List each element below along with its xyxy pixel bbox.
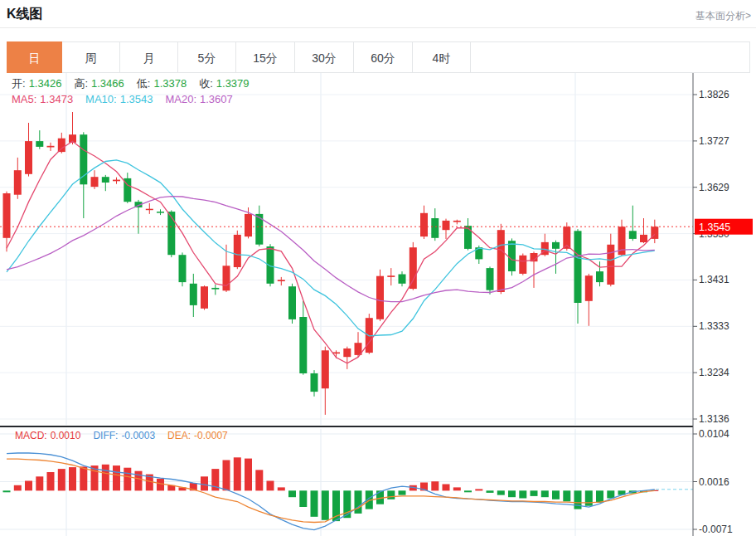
svg-text:1.3234: 1.3234 — [699, 367, 729, 378]
macd-item-0: MACD:0.0010 — [15, 430, 80, 441]
ohlc-item-3: 收:1.3379 — [199, 77, 249, 90]
tab-15min[interactable]: 15分 — [236, 41, 295, 73]
svg-text:1.3629: 1.3629 — [699, 182, 729, 193]
ma-item-1: MA10:1.3543 — [85, 93, 153, 105]
svg-text:1.3727: 1.3727 — [699, 135, 729, 147]
svg-text:1.3431: 1.3431 — [699, 274, 729, 285]
tab-month[interactable]: 月 — [120, 41, 178, 73]
svg-text:1.3826: 1.3826 — [699, 89, 729, 100]
ohlc-item-1: 高:1.3466 — [74, 77, 124, 90]
ma-item-2: MA20:1.3607 — [165, 93, 232, 105]
ma-item-0: MA5:1.3473 — [12, 93, 73, 105]
kline-widget: K线图 基本面分析> 日周月5分15分30分60分4时 1.38261.3727… — [0, 0, 756, 536]
svg-text:0.0104: 0.0104 — [699, 428, 729, 440]
tab-30min[interactable]: 30分 — [295, 41, 354, 73]
tab-60min[interactable]: 60分 — [354, 41, 413, 73]
svg-text:1.3545: 1.3545 — [699, 222, 730, 233]
macd-item-2: DEA:-0.0007 — [167, 430, 228, 441]
macd-legend: MACD:0.0010DIFF:-0.0003DEA:-0.0007 — [15, 430, 240, 441]
tab-bar-spacer — [471, 41, 750, 73]
tab-bar: 日周月5分15分30分60分4时 — [0, 41, 756, 73]
page-title: K线图 — [7, 6, 43, 23]
fundamental-analysis-link[interactable]: 基本面分析> — [695, 9, 751, 23]
tab-day[interactable]: 日 — [7, 41, 62, 73]
tab-5min[interactable]: 5分 — [178, 41, 236, 73]
ohlc-item-2: 低:1.3378 — [137, 77, 187, 90]
macd-item-1: DIFF:-0.0003 — [93, 430, 155, 441]
ma-legend: MA5:1.3473MA10:1.3543MA20:1.3607 — [12, 93, 245, 105]
svg-text:0.0016: 0.0016 — [699, 476, 729, 488]
tab-week[interactable]: 周 — [62, 41, 120, 73]
svg-text:-0.0071: -0.0071 — [699, 524, 733, 535]
ohlc-item-0: 开:1.3426 — [12, 77, 61, 90]
tab-4hour[interactable]: 4时 — [413, 41, 471, 73]
svg-text:1.3333: 1.3333 — [699, 320, 729, 332]
kline-chart[interactable]: 1.38261.37271.36291.35301.34311.33331.32… — [0, 0, 756, 536]
svg-text:1.3136: 1.3136 — [699, 413, 729, 425]
ohlc-legend: 开:1.3426高:1.3466低:1.3378收:1.3379 — [12, 76, 262, 91]
